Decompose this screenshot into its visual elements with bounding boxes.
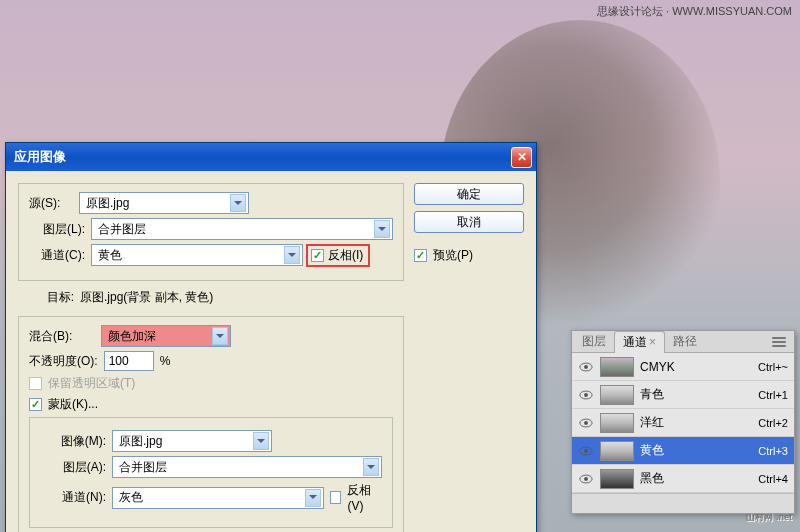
eye-icon: [579, 446, 593, 456]
dropdown-arrow-icon: [253, 432, 269, 450]
eye-icon: [579, 418, 593, 428]
layer-select[interactable]: 合并图层: [91, 218, 393, 240]
opacity-label: 不透明度(O):: [29, 353, 98, 370]
tab-paths[interactable]: 路径: [665, 331, 705, 352]
invert-checkbox[interactable]: [311, 249, 324, 262]
mask-channel-select[interactable]: 灰色: [112, 487, 324, 509]
cancel-button[interactable]: 取消: [414, 211, 524, 233]
svg-point-9: [584, 477, 588, 481]
channel-thumbnail: [600, 469, 634, 489]
channel-name: CMYK: [640, 360, 752, 374]
eye-icon: [579, 362, 593, 372]
mask-channel-label: 通道(N):: [40, 489, 106, 506]
source-value: 原图.jpg: [86, 195, 129, 212]
blend-label: 混合(B):: [29, 328, 95, 345]
blend-select[interactable]: 颜色加深: [101, 325, 231, 347]
visibility-toggle[interactable]: [578, 474, 594, 484]
preserve-label: 保留透明区域(T): [48, 375, 135, 392]
tab-channels[interactable]: 通道×: [614, 331, 665, 353]
layer-label: 图层(L):: [29, 221, 85, 238]
visibility-toggle[interactable]: [578, 390, 594, 400]
apply-image-dialog: 应用图像 ✕ 源(S): 原图.jpg 图层(L): 合并图层: [5, 142, 537, 532]
channel-shortcut: Ctrl+2: [758, 417, 788, 429]
mask-label: 蒙版(K)...: [48, 396, 98, 413]
dialog-title: 应用图像: [14, 148, 511, 166]
channel-thumbnail: [600, 441, 634, 461]
channel-value: 黄色: [98, 247, 122, 264]
tab-close-icon[interactable]: ×: [649, 335, 656, 349]
target-label: 目标:: [18, 289, 74, 306]
tab-layers[interactable]: 图层: [574, 331, 614, 352]
channel-select[interactable]: 黄色: [91, 244, 303, 266]
source-legend: 源(S):: [29, 195, 73, 212]
blend-value: 颜色加深: [108, 328, 156, 345]
channel-label: 通道(C):: [29, 247, 85, 264]
mask-layer-label: 图层(A):: [40, 459, 106, 476]
mask-layer-value: 合并图层: [119, 459, 167, 476]
channels-panel: 图层 通道× 路径 CMYKCtrl+~青色Ctrl+1洋红Ctrl+2黄色Ct…: [571, 330, 795, 514]
titlebar[interactable]: 应用图像 ✕: [6, 143, 536, 171]
channel-shortcut: Ctrl+3: [758, 445, 788, 457]
panel-tabs: 图层 通道× 路径: [572, 331, 794, 353]
eye-icon: [579, 474, 593, 484]
dropdown-arrow-icon: [212, 327, 228, 345]
ok-button[interactable]: 确定: [414, 183, 524, 205]
dropdown-arrow-icon: [374, 220, 390, 238]
channel-list: CMYKCtrl+~青色Ctrl+1洋红Ctrl+2黄色Ctrl+3黑色Ctrl…: [572, 353, 794, 493]
visibility-toggle[interactable]: [578, 446, 594, 456]
channel-row[interactable]: 青色Ctrl+1: [572, 381, 794, 409]
invert-highlight: 反相(I): [309, 247, 367, 264]
channel-shortcut: Ctrl+~: [758, 361, 788, 373]
dropdown-arrow-icon: [284, 246, 300, 264]
source-fieldset: 源(S): 原图.jpg 图层(L): 合并图层 通道(C): 黄色: [18, 183, 404, 281]
svg-point-3: [584, 393, 588, 397]
mask-channel-value: 灰色: [119, 489, 143, 506]
dropdown-arrow-icon: [230, 194, 246, 212]
visibility-toggle[interactable]: [578, 418, 594, 428]
mask-invert-checkbox[interactable]: [330, 491, 341, 504]
channel-thumbnail: [600, 413, 634, 433]
invert-label: 反相(I): [328, 247, 363, 264]
target-value: 原图.jpg(背景 副本, 黄色): [80, 289, 213, 306]
visibility-toggle[interactable]: [578, 362, 594, 372]
mask-layer-select[interactable]: 合并图层: [112, 456, 382, 478]
dropdown-arrow-icon: [305, 489, 321, 507]
layer-value: 合并图层: [98, 221, 146, 238]
channel-row[interactable]: 黑色Ctrl+4: [572, 465, 794, 493]
eye-icon: [579, 390, 593, 400]
svg-point-5: [584, 421, 588, 425]
channel-shortcut: Ctrl+1: [758, 389, 788, 401]
preview-checkbox[interactable]: [414, 249, 427, 262]
channel-row[interactable]: 洋红Ctrl+2: [572, 409, 794, 437]
mask-invert-label: 反相(V): [347, 482, 382, 513]
percent-label: %: [160, 354, 171, 368]
source-select[interactable]: 原图.jpg: [79, 192, 249, 214]
mask-image-value: 原图.jpg: [119, 433, 162, 450]
blending-fieldset: 混合(B): 颜色加深 不透明度(O): % 保留透明区域(T) 蒙版(K).: [18, 316, 404, 532]
svg-point-7: [584, 449, 588, 453]
channel-name: 黄色: [640, 442, 752, 459]
panel-footer: [572, 493, 794, 513]
channel-shortcut: Ctrl+4: [758, 473, 788, 485]
mask-fieldset: 图像(M): 原图.jpg 图层(A): 合并图层 通道(N):: [29, 417, 393, 528]
close-button[interactable]: ✕: [511, 147, 532, 168]
channel-row[interactable]: 黄色Ctrl+3: [572, 437, 794, 465]
channel-name: 洋红: [640, 414, 752, 431]
mask-image-label: 图像(M):: [40, 433, 106, 450]
channel-row[interactable]: CMYKCtrl+~: [572, 353, 794, 381]
channel-name: 青色: [640, 386, 752, 403]
channel-name: 黑色: [640, 470, 752, 487]
watermark-top: 思缘设计论坛 · WWW.MISSYUAN.COM: [597, 4, 792, 19]
mask-image-select[interactable]: 原图.jpg: [112, 430, 272, 452]
panel-menu-icon[interactable]: [766, 335, 792, 349]
opacity-input[interactable]: [104, 351, 154, 371]
channel-thumbnail: [600, 357, 634, 377]
mask-checkbox[interactable]: [29, 398, 42, 411]
channel-thumbnail: [600, 385, 634, 405]
dropdown-arrow-icon: [363, 458, 379, 476]
preserve-transparency-checkbox: [29, 377, 42, 390]
svg-point-1: [584, 365, 588, 369]
preview-label: 预览(P): [433, 247, 473, 264]
